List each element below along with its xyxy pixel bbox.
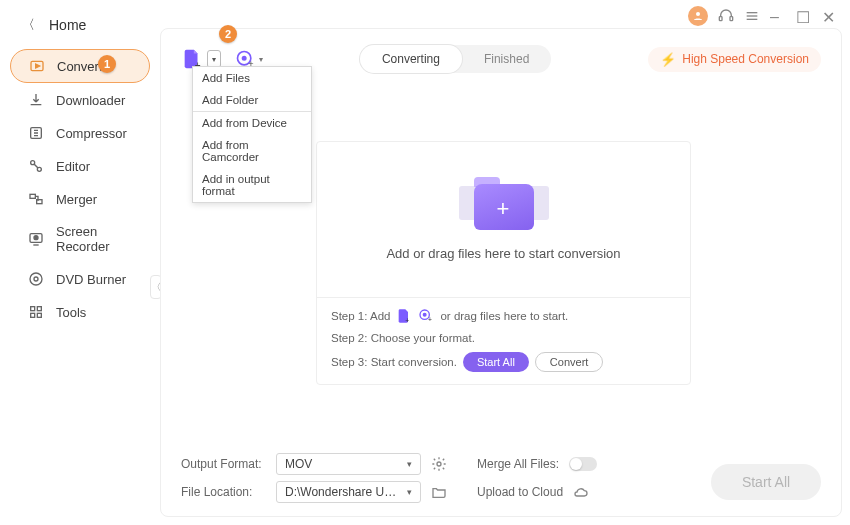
tools-icon [28, 304, 44, 320]
high-speed-label: High Speed Conversion [682, 52, 809, 66]
close-button[interactable]: ✕ [822, 8, 838, 24]
svg-rect-12 [30, 194, 35, 198]
cloud-icon[interactable] [573, 484, 589, 500]
minimize-button[interactable]: – [770, 8, 786, 24]
sidebar-item-label: Downloader [56, 93, 125, 108]
sidebar-item-label: Screen Recorder [56, 224, 132, 254]
output-format-label: Output Format: [181, 457, 266, 471]
sidebar-item-label: Editor [56, 159, 90, 174]
folder-open-icon[interactable] [431, 484, 447, 500]
annotation-badge-1: 1 [98, 55, 116, 73]
dropzone[interactable]: + Add or drag files here to start conver… [316, 141, 691, 385]
step3-text: Step 3: Start conversion. [331, 356, 457, 368]
sidebar: 〈 Home Converter Downloader Compressor E… [0, 0, 160, 525]
file-location-value: D:\Wondershare UniConverter 1 [285, 485, 400, 499]
svg-point-15 [34, 236, 38, 240]
step2-text: Step 2: Choose your format. [331, 332, 475, 344]
upload-cloud-label: Upload to Cloud [477, 485, 563, 499]
headset-icon[interactable] [718, 8, 734, 24]
sidebar-item-merger[interactable]: Merger [10, 183, 150, 215]
dd-add-files[interactable]: Add Files [193, 67, 311, 89]
svg-point-33 [437, 462, 441, 466]
svg-point-25 [243, 57, 246, 60]
svg-rect-2 [730, 17, 733, 21]
svg-rect-21 [31, 313, 35, 317]
screen-recorder-icon [28, 231, 44, 247]
downloader-icon [28, 92, 44, 108]
svg-line-11 [34, 164, 38, 168]
dropzone-steps: Step 1: Add + + or drag files here to st… [317, 297, 690, 384]
sidebar-header[interactable]: 〈 Home [0, 6, 160, 48]
sidebar-item-screen-recorder[interactable]: Screen Recorder [10, 216, 150, 262]
status-tabs: Converting Finished [360, 45, 551, 73]
sidebar-item-dvd-burner[interactable]: DVD Burner [10, 263, 150, 295]
add-dvd-dropdown-toggle[interactable]: ▾ [259, 55, 263, 64]
sidebar-item-editor[interactable]: Editor [10, 150, 150, 182]
svg-rect-22 [37, 313, 41, 317]
file-location-label: File Location: [181, 485, 266, 499]
svg-text:+: + [406, 317, 410, 324]
sidebar-item-downloader[interactable]: Downloader [10, 84, 150, 116]
svg-rect-20 [37, 307, 41, 311]
output-format-value: MOV [285, 457, 312, 471]
dd-add-from-camcorder[interactable]: Add from Camcorder [193, 134, 311, 168]
back-icon[interactable]: 〈 [22, 16, 35, 34]
converter-icon [29, 58, 45, 74]
svg-rect-1 [719, 17, 722, 21]
svg-point-17 [30, 273, 42, 285]
svg-point-0 [696, 12, 700, 16]
svg-rect-19 [31, 307, 35, 311]
sidebar-item-label: Compressor [56, 126, 127, 141]
settings-gear-icon[interactable] [431, 456, 447, 472]
folder-plus-icon: + [470, 178, 538, 232]
output-format-select[interactable]: MOV ▾ [276, 453, 421, 475]
sidebar-item-label: DVD Burner [56, 272, 126, 287]
start-all-small-button[interactable]: Start All [463, 352, 529, 372]
user-avatar[interactable] [688, 6, 708, 26]
add-file-dropdown-menu: Add Files Add Folder Add from Device Add… [192, 66, 312, 203]
dd-add-folder[interactable]: Add Folder [193, 89, 311, 111]
svg-text:+: + [428, 316, 432, 323]
dd-add-from-device[interactable]: Add from Device [193, 111, 311, 134]
home-label: Home [49, 17, 86, 33]
add-file-mini-icon[interactable]: + [396, 308, 412, 324]
step1-suffix: or drag files here to start. [440, 310, 568, 322]
sidebar-item-converter[interactable]: Converter [10, 49, 150, 83]
sidebar-item-label: Tools [56, 305, 86, 320]
merge-all-toggle[interactable] [569, 457, 597, 471]
dropzone-text: Add or drag files here to start conversi… [386, 246, 620, 261]
chevron-down-icon: ▾ [407, 459, 412, 469]
high-speed-conversion-button[interactable]: ⚡ High Speed Conversion [648, 47, 821, 72]
sidebar-item-tools[interactable]: Tools [10, 296, 150, 328]
add-dvd-mini-icon[interactable]: + [418, 308, 434, 324]
start-all-button[interactable]: Start All [711, 464, 821, 500]
maximize-button[interactable]: ☐ [796, 8, 812, 24]
sidebar-item-label: Merger [56, 192, 97, 207]
menu-icon[interactable] [744, 8, 760, 24]
dd-add-in-output-format[interactable]: Add in output format [193, 168, 311, 202]
step1-prefix: Step 1: Add [331, 310, 390, 322]
svg-marker-7 [36, 64, 40, 68]
bolt-icon: ⚡ [660, 52, 676, 67]
dvd-burner-icon [28, 271, 44, 287]
merger-icon [28, 191, 44, 207]
bottom-bar: Output Format: MOV ▾ Merge All Files: Fi… [181, 450, 821, 506]
dropzone-top: + Add or drag files here to start conver… [317, 142, 690, 297]
editor-icon [28, 158, 44, 174]
svg-point-31 [424, 313, 427, 316]
file-location-select[interactable]: D:\Wondershare UniConverter 1 ▾ [276, 481, 421, 503]
svg-point-18 [34, 277, 38, 281]
merge-all-label: Merge All Files: [477, 457, 559, 471]
convert-small-button[interactable]: Convert [535, 352, 604, 372]
tab-finished[interactable]: Finished [462, 45, 551, 73]
tab-converting[interactable]: Converting [360, 45, 462, 73]
chevron-down-icon: ▾ [407, 487, 412, 497]
sidebar-item-compressor[interactable]: Compressor [10, 117, 150, 149]
compressor-icon [28, 125, 44, 141]
